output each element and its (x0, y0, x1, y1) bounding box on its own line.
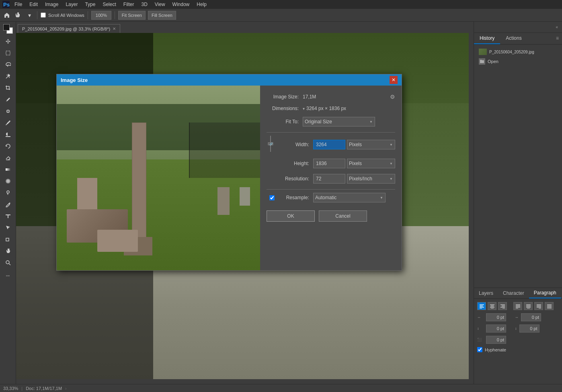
stone-right-1 (217, 187, 230, 215)
menu-window[interactable]: Window (169, 1, 193, 8)
panel-collapse-left[interactable]: « (554, 24, 560, 30)
menu-filter[interactable]: Filter (120, 1, 137, 8)
history-open-entry[interactable]: Open (476, 57, 560, 66)
width-input[interactable] (313, 140, 345, 149)
zoom-input[interactable] (91, 11, 111, 20)
first-line-input[interactable] (486, 336, 506, 344)
history-panel-menu[interactable]: ≡ (553, 33, 562, 44)
justify-center-btn[interactable] (524, 302, 533, 310)
tab-actions[interactable]: Actions (500, 33, 527, 44)
svg-rect-38 (547, 304, 552, 305)
hyphenate-label: Hyphenate (485, 347, 506, 352)
align-right-btn[interactable] (498, 302, 507, 310)
stamp-tool[interactable] (2, 129, 14, 140)
color-swatches[interactable] (2, 23, 14, 35)
svg-rect-28 (516, 307, 520, 308)
tab-history[interactable]: History (474, 33, 500, 44)
healing-tool[interactable] (2, 106, 14, 117)
menu-image[interactable]: Image (42, 1, 62, 8)
shape-tool[interactable] (2, 234, 14, 245)
hyphenate-row: Hyphenate (477, 347, 559, 352)
resample-select[interactable]: Automatic Preserve Details Bicubic Smoot… (313, 193, 386, 202)
canvas-tab-close[interactable]: ✕ (113, 27, 116, 31)
eyedropper-tool[interactable] (2, 94, 14, 105)
resample-checkbox[interactable] (269, 195, 275, 200)
tab-layers[interactable]: Layers (474, 288, 498, 298)
svg-rect-27 (516, 306, 520, 306)
text-tool[interactable] (2, 210, 14, 222)
menu-select[interactable]: Select (99, 1, 119, 8)
fit-to-select[interactable]: Original Size View Custom (303, 117, 375, 127)
pen-tool[interactable] (2, 199, 14, 210)
app-logo: Ps (2, 0, 10, 9)
menu-3d[interactable]: 3D (138, 1, 150, 8)
lasso-tool[interactable] (2, 59, 14, 70)
canvas-tab-main[interactable]: P_20150604_205209.jpg @ 33,3% (RGB/8*) ✕ (18, 24, 120, 33)
move-tool[interactable] (2, 36, 14, 47)
blur-tool[interactable] (2, 176, 14, 187)
tool-options-arrow[interactable]: ▾ (25, 11, 34, 20)
space-after-input[interactable] (519, 325, 539, 333)
marquee-tool[interactable] (2, 47, 14, 59)
hand-tool[interactable] (2, 245, 14, 257)
dimensions-arrow[interactable]: ▾ (303, 106, 305, 111)
justify-left-btn[interactable] (513, 302, 522, 310)
resolution-input[interactable] (313, 174, 345, 184)
resolution-unit-select[interactable]: Pixels/Inch Pixels/Centimeter (347, 174, 395, 184)
sep3 (115, 11, 115, 19)
stone-right-2 (240, 187, 250, 206)
scrollbar-vertical[interactable] (469, 33, 474, 384)
svg-rect-39 (547, 306, 552, 306)
hand-tool-icon[interactable] (14, 11, 23, 20)
history-thumbnail (479, 49, 487, 55)
tab-character[interactable]: Character (498, 288, 529, 298)
height-input[interactable] (313, 159, 345, 168)
magic-wand-tool[interactable] (2, 71, 14, 82)
zoom-tool[interactable] (2, 257, 14, 268)
brush-tool[interactable] (2, 117, 14, 129)
justify-all-btn[interactable] (545, 302, 554, 310)
dialog-close-button[interactable]: ✕ (390, 76, 398, 84)
hyphenate-checkbox[interactable] (477, 347, 482, 352)
menu-layer[interactable]: Layer (62, 1, 81, 8)
align-center-btn[interactable] (488, 302, 496, 310)
settings-gear-icon[interactable]: ⚙ (390, 94, 395, 100)
space-before-input[interactable] (486, 325, 506, 333)
menu-edit[interactable]: Edit (26, 1, 41, 8)
separator-1 (267, 132, 395, 133)
history-filename: P_20150604_205209.jpg (489, 50, 534, 54)
eraser-tool[interactable] (2, 152, 14, 163)
history-panel-tabs: History Actions ≡ (474, 33, 562, 45)
home-icon[interactable] (2, 11, 11, 20)
svg-rect-15 (480, 306, 483, 306)
menu-type[interactable]: Type (82, 1, 98, 8)
dodge-tool[interactable] (2, 187, 14, 198)
fit-screen-button[interactable]: Fit Screen (118, 11, 146, 20)
width-unit-select[interactable]: Pixels Inches Centimeters (347, 140, 395, 149)
svg-rect-22 (500, 304, 505, 305)
indent-left-input[interactable] (486, 313, 506, 321)
height-unit-select[interactable]: Pixels Inches Centimeters (347, 159, 395, 168)
path-select-tool[interactable] (2, 222, 14, 233)
align-left-btn[interactable] (477, 302, 486, 310)
canvas-tab-label: P_20150604_205209.jpg @ 33,3% (RGB/8*) (22, 27, 110, 31)
scroll-all-checkbox[interactable] (41, 12, 46, 18)
menu-help[interactable]: Help (193, 1, 210, 8)
fit-to-label: Fit To: (267, 119, 303, 125)
history-brush-tool[interactable] (2, 141, 14, 152)
dialog-title: Image Size (61, 77, 88, 83)
menu-file[interactable]: File (11, 1, 25, 8)
ok-button[interactable]: OK (267, 210, 315, 222)
indent-right-input[interactable] (521, 313, 541, 321)
gradient-tool[interactable] (2, 164, 14, 175)
bottom-panel-tabs: Layers Character Paragraph ≡ (474, 288, 562, 299)
justify-right-btn[interactable] (534, 302, 543, 310)
crop-tool[interactable] (2, 82, 14, 94)
resample-row: Resample: Automatic Preserve Details Bic… (267, 193, 395, 202)
cancel-button[interactable]: Cancel (319, 210, 367, 222)
tab-paragraph[interactable]: Paragraph (529, 288, 561, 298)
scrollbar-horizontal[interactable] (16, 379, 469, 384)
svg-rect-2 (6, 51, 10, 55)
menu-view[interactable]: View (152, 1, 168, 8)
fill-screen-button[interactable]: Fill Screen (148, 11, 176, 20)
